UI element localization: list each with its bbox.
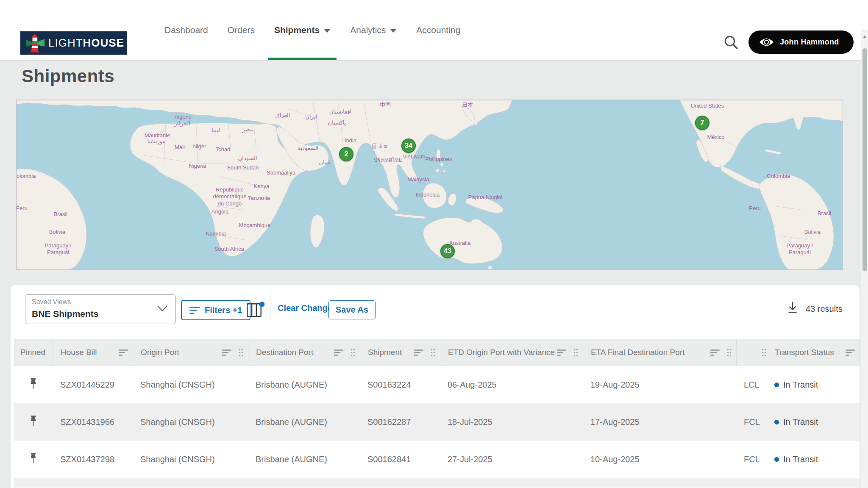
saved-views-value: BNE Shipments (32, 309, 99, 319)
search-button[interactable] (723, 34, 740, 51)
table-row[interactable]: SZX01437298Shanghai (CNSGH)Brisbane (AUG… (14, 441, 860, 478)
column-header-label: Destination Port (256, 348, 313, 357)
cell-status: In Transit (767, 380, 860, 390)
drag-handle-icon[interactable] (350, 348, 356, 357)
pin-icon[interactable] (29, 453, 38, 466)
cell-shipment: S00163224 (360, 380, 440, 390)
save-as-button[interactable]: Save As (328, 300, 376, 319)
map-cluster-marker[interactable]: 34 (401, 139, 416, 153)
column-header-house_bill: House Bill (53, 339, 133, 366)
brand-logo[interactable]: LIGHTHOUSE (20, 31, 127, 55)
shipments-table: PinnedHouse BillOrigin PortDestination P… (14, 339, 860, 488)
column-filter-icon[interactable] (710, 349, 720, 356)
column-header-icons (222, 348, 244, 357)
status-text: In Transit (783, 455, 818, 464)
column-header-icons (557, 348, 579, 357)
filters-button-label: Filters +1 (205, 305, 242, 315)
column-header-icons (119, 349, 128, 356)
status-dot (774, 457, 779, 462)
filter-lines-icon (189, 306, 200, 314)
column-filter-icon[interactable] (414, 349, 424, 356)
vertical-scrollbar[interactable]: ▲ (861, 0, 868, 488)
map-cluster-marker[interactable]: 43 (440, 244, 455, 258)
user-name: John Hammond (780, 38, 839, 47)
scroll-up-arrow-icon[interactable]: ▲ (861, 34, 868, 39)
cell-mode: FCL (736, 417, 767, 427)
column-settings-icon (246, 301, 265, 319)
nav-item-analytics[interactable]: Analytics (344, 0, 403, 60)
column-header-destination_port: Destination Port (248, 339, 360, 366)
status-text: In Transit (783, 380, 818, 390)
cell-origin_port: Shanghai (CNSGH) (133, 417, 248, 427)
column-header-label: Transport Status (775, 348, 834, 357)
scrollbar-thumb[interactable] (862, 48, 867, 271)
nav-item-label: Dashboard (164, 25, 208, 35)
column-filter-icon[interactable] (846, 349, 855, 356)
table-body: SZX01445229Shanghai (CNSGH)Brisbane (AUG… (14, 366, 860, 488)
column-header-label: House Bill (61, 348, 97, 357)
column-header-eta: ETA Final Destination Port (583, 339, 737, 366)
column-header-shipment: Shipment (360, 339, 440, 366)
nav-item-label: Analytics (350, 25, 386, 35)
column-header-icons (334, 348, 356, 357)
nav-item-label: Accounting (416, 25, 460, 35)
column-header-pinned: Pinned (14, 339, 53, 366)
column-header-label: ETA Final Destination Port (591, 348, 684, 357)
map-marker-layer: 234437 (17, 100, 843, 269)
nav-item-orders[interactable]: Orders (222, 0, 261, 60)
cell-mode: LCL (736, 380, 767, 390)
drag-handle-icon[interactable] (573, 348, 579, 357)
app-header: LIGHTHOUSE DashboardOrdersShipmentsAnaly… (0, 0, 868, 61)
cell-house_bill: SZX01431966 (53, 417, 133, 427)
drag-handle-icon[interactable] (430, 348, 436, 357)
cell-mode: FCL (736, 455, 767, 464)
eye-icon (759, 37, 774, 47)
shipments-panel: Saved Views BNE Shipments Filters +1 (11, 285, 860, 488)
user-menu-button[interactable]: John Hammond (748, 30, 854, 54)
status-dot (774, 420, 779, 424)
column-header-label: Pinned (20, 348, 45, 357)
cell-destination_port: Brisbane (AUGNE) (248, 455, 360, 464)
column-filter-icon[interactable] (334, 349, 344, 356)
toolbar-divider (270, 294, 270, 321)
cell-status: In Transit (767, 455, 860, 464)
table-row[interactable]: SZX01445229Shanghai (CNSGH)Brisbane (AUG… (14, 366, 860, 403)
pin-icon[interactable] (29, 416, 38, 429)
column-settings-button[interactable] (246, 301, 265, 319)
cell-eta: 10-Aug-2025 (583, 455, 736, 464)
drag-handle-icon[interactable] (726, 348, 732, 357)
results-count: 43 results (806, 304, 843, 314)
nav-item-shipments[interactable]: Shipments (268, 0, 337, 60)
filters-button[interactable]: Filters +1 (181, 300, 250, 320)
map-cluster-marker[interactable]: 7 (695, 116, 709, 130)
column-header-label: Shipment (368, 348, 402, 357)
saved-views-select[interactable]: Saved Views BNE Shipments (25, 294, 176, 324)
world-map[interactable]: AlgérieالجزائرليبيامصرMauritanieموريتاني… (16, 100, 843, 270)
cell-pinned (14, 378, 53, 391)
cell-origin_port: Shanghai (CNSGH) (133, 455, 248, 464)
column-header-etd: ETD Origin Port with Variance (440, 339, 583, 366)
chevron-down-icon (157, 305, 168, 313)
drag-handle-icon[interactable] (761, 348, 767, 357)
table-row-partial[interactable] (14, 478, 860, 488)
map-cluster-marker[interactable]: 2 (339, 147, 353, 161)
brand-name: LIGHTHOUSE (48, 36, 124, 50)
column-filter-icon[interactable] (557, 349, 567, 356)
pin-icon[interactable] (29, 378, 38, 391)
drag-handle-icon[interactable] (238, 348, 244, 357)
download-button[interactable] (785, 301, 801, 318)
nav-item-dashboard[interactable]: Dashboard (159, 0, 214, 60)
table-row[interactable]: SZX01431966Shanghai (CNSGH)Brisbane (AUG… (14, 403, 860, 441)
download-icon (785, 301, 800, 317)
cell-status: In Transit (767, 417, 860, 427)
column-header-icons (761, 348, 767, 357)
cell-house_bill: SZX01445229 (53, 380, 133, 390)
cell-etd: 27-Jul-2025 (440, 455, 583, 464)
column-filter-icon[interactable] (119, 349, 128, 356)
column-filter-icon[interactable] (222, 349, 232, 356)
nav-item-accounting[interactable]: Accounting (410, 0, 466, 60)
lighthouse-icon (25, 33, 45, 53)
active-nav-underline (268, 58, 337, 60)
cell-eta: 19-Aug-2025 (583, 380, 736, 390)
table-header: PinnedHouse BillOrigin PortDestination P… (14, 339, 860, 366)
